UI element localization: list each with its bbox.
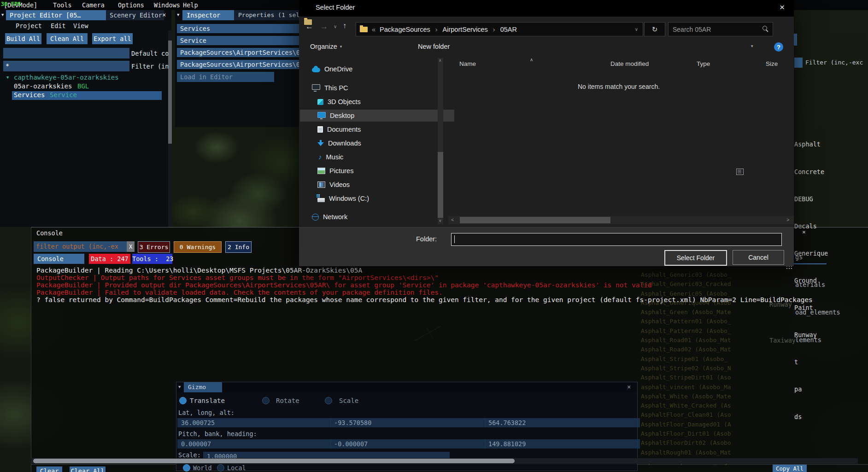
long-field[interactable]: -93.570580 [330,418,486,427]
breadcrumb-airportservices[interactable]: AirportServices [443,26,488,33]
select-folder-button[interactable]: Select Folder [664,250,727,266]
translate-label[interactable]: Translate [190,397,225,404]
export-all-button[interactable]: Export all [92,33,133,44]
tree-row-services[interactable]: Services Service [12,91,162,100]
project-editor-scrollbar[interactable] [168,30,172,227]
scroll-right-icon[interactable]: > [786,217,789,222]
scrollbar-thumb[interactable] [438,152,443,218]
column-name[interactable]: Name [459,60,476,67]
errors-badge[interactable]: 3 Errors [138,241,170,253]
console-filter-input[interactable]: filter output (inc,-ex [34,241,129,252]
scroll-left-icon[interactable]: < [451,217,454,222]
local-radio[interactable] [217,464,224,472]
nav-forward-icon[interactable]: → [320,22,328,31]
scrollbar-thumb[interactable] [460,217,610,223]
address-dropdown-icon[interactable]: ∨ [635,27,638,32]
world-radio[interactable] [183,464,190,472]
scroll-up-icon[interactable]: ∧ [439,58,442,63]
info-badge[interactable]: 2 Info [225,241,252,253]
world-label[interactable]: World [193,464,212,472]
console-tab-tools[interactable]: Tools : 23 [132,254,172,264]
heading-field[interactable]: 149.881029 [485,439,640,449]
alt-field[interactable]: 564.763822 [485,418,640,427]
material-item[interactable]: DEBUG [794,195,868,204]
column-type[interactable]: Type [697,60,710,67]
tab-project-editor[interactable]: Project Editor [05… [6,10,109,20]
menu-item-tools[interactable]: Tools [53,1,72,9]
cancel-button[interactable]: Cancel [733,250,784,265]
help-button[interactable]: ? [774,42,783,52]
search-input[interactable]: Search 05AR [668,22,773,36]
menu-project[interactable]: Project [16,22,42,29]
menu-item-camera[interactable]: Camera [82,1,105,9]
console-tab-data[interactable]: Data : 247 [89,254,130,264]
column-date-modified[interactable]: Date modified [610,60,649,67]
clean-all-button[interactable]: Clean All [47,33,88,44]
default-comp-input[interactable] [3,48,129,58]
new-folder-button[interactable]: New folder [418,43,450,50]
rotate-label[interactable]: Rotate [276,397,299,404]
sort-direction-icon[interactable]: ∧ [530,57,533,62]
tab-inspector[interactable]: Inspector [182,10,238,20]
scrollbar-thumb[interactable] [33,459,515,463]
pitch-field[interactable]: 0.000007 [177,439,331,449]
breadcrumb-05ar[interactable]: 05AR [500,26,517,33]
clear-all-button[interactable]: Clear All [70,466,106,472]
nav-up-icon[interactable]: ↑ [343,22,346,30]
menu-item-options[interactable]: Options [118,1,144,9]
build-all-button[interactable]: Build All [5,33,41,44]
tree-expand-icon[interactable]: ▼ [6,75,9,80]
sidebar-item-3d-objects[interactable]: 3D Objects [300,96,454,108]
gizmo-close-icon[interactable]: × [627,383,631,390]
materials-collapse-icon[interactable]: ∨ [797,223,800,229]
sidebar-item-videos[interactable]: Videos [300,179,454,191]
sidebar-item-onedrive[interactable]: OneDrive [300,63,449,75]
material-item[interactable]: Asphalt [794,140,868,149]
rotate-radio[interactable] [262,397,270,404]
console-tab-console[interactable]: Console [34,254,84,264]
console-hscrollbar[interactable] [31,458,858,464]
menu-edit[interactable]: Edit [51,22,66,29]
column-size[interactable]: Size [766,60,778,67]
filelist-hscrollbar[interactable]: < > [448,216,794,224]
gizmo-tab[interactable]: Gizmo [184,382,222,392]
tree-row-bgl[interactable]: 05ar-ozarkskies BGL [0,82,171,91]
sidebar-item-network[interactable]: Network [300,211,449,223]
sidebar-item-pictures[interactable]: Pictures [300,165,454,177]
scale-radio[interactable] [325,397,332,404]
material-item[interactable]: pa [794,385,868,394]
bank-field[interactable]: -0.000007 [330,439,486,449]
sidebar-item-downloads[interactable]: Downloads [300,137,454,149]
panel-filter-icon[interactable]: ▼ [178,385,181,389]
tab-scenery-editor[interactable]: Scenery Editor [106,10,164,20]
breadcrumb-packagesources[interactable]: PackageSources [380,26,430,33]
dialog-titlebar[interactable]: Select Folder × [299,0,794,17]
console-filter-clear-button[interactable]: X [127,241,135,252]
organize-button[interactable]: Organize ▾ [310,43,342,50]
clear-button[interactable]: Clear [36,466,62,472]
folder-name-input[interactable] [451,233,782,246]
scale-mode-label[interactable]: Scale [339,397,358,404]
view-mode-icon[interactable] [736,169,744,175]
menu-item-windows[interactable]: Windows [154,1,180,9]
nav-history-icon[interactable]: ∨ [334,24,337,29]
warnings-badge[interactable]: 0 Warnings [174,241,222,253]
sidebar-item-windows-c[interactable]: Windows (C:) [300,192,454,204]
sidebar-scrollbar[interactable]: ∧ ∨ [438,58,443,224]
refresh-button[interactable]: ↻ [644,22,665,36]
sidebar-item-music[interactable]: ♪Music [300,151,455,163]
menu-item-help[interactable]: Help [183,1,198,9]
sidebar-item-this-pc[interactable]: This PC [300,82,449,94]
panel-filter-icon[interactable]: ▼ [177,12,179,17]
view-mode-caret-icon[interactable]: ▾ [751,44,753,48]
menu-view[interactable]: View [73,22,88,29]
filter-input[interactable]: * [3,61,129,71]
panel-close-icon[interactable]: × [162,11,166,18]
sidebar-item-documents[interactable]: Documents [300,123,454,135]
lat-field[interactable]: 36.000725 [177,418,331,427]
material-item[interactable]: ds [794,413,868,422]
address-bar[interactable]: « PackageSources › AirportServices › 05A… [356,22,643,36]
tree-row-package[interactable]: ▼ capthawkeye-05ar-ozarkskies [0,74,171,82]
scrollbar-thumb[interactable] [168,41,172,144]
scroll-down-icon[interactable]: ∨ [439,218,442,223]
